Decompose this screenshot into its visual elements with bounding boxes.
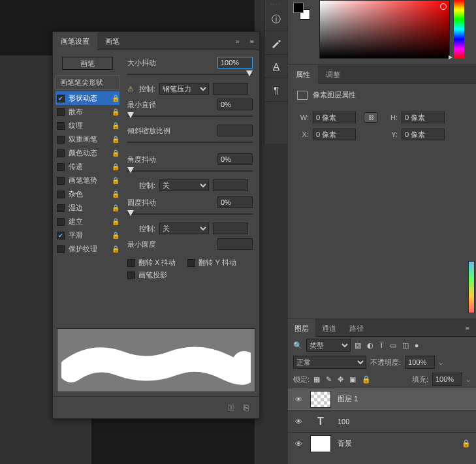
lock-all-icon[interactable]: 🔒 bbox=[362, 375, 371, 384]
layers-menu-icon[interactable]: ≡ bbox=[459, 324, 476, 332]
layer-item[interactable]: 👁背景🔒 bbox=[288, 432, 476, 454]
visibility-icon[interactable]: 👁 bbox=[293, 440, 304, 448]
tab-paths[interactable]: 路径 bbox=[343, 319, 370, 337]
filter-icon[interactable]: 🔍 bbox=[293, 341, 302, 350]
checkbox-icon[interactable] bbox=[57, 177, 65, 185]
color-field[interactable] bbox=[319, 0, 450, 59]
lock-icon[interactable]: 🔒 bbox=[112, 245, 119, 253]
opacity-input[interactable] bbox=[405, 356, 435, 369]
info-icon[interactable]: ⓘ bbox=[264, 8, 288, 31]
layer-name[interactable]: 100 bbox=[338, 418, 471, 425]
brush-tip-shape[interactable]: 画笔笔尖形状 bbox=[56, 75, 119, 90]
checkbox-icon[interactable] bbox=[57, 245, 65, 253]
checkbox-icon[interactable] bbox=[57, 149, 65, 157]
visibility-icon[interactable]: 👁 bbox=[293, 395, 304, 403]
filter-text-icon[interactable]: T bbox=[379, 341, 384, 350]
link-wh-icon[interactable]: ⛓ bbox=[364, 112, 378, 123]
character-icon[interactable]: A bbox=[264, 55, 288, 78]
tab-adjustments[interactable]: 调整 bbox=[318, 65, 348, 84]
lock-trans-icon[interactable]: ▦ bbox=[313, 375, 320, 384]
lock-icon[interactable]: 🔒 bbox=[112, 232, 119, 239]
x-input[interactable] bbox=[313, 129, 356, 140]
layer-thumb[interactable] bbox=[310, 435, 331, 452]
size-jitter-input[interactable] bbox=[217, 57, 253, 69]
layer-name[interactable]: 图层 1 bbox=[338, 394, 471, 404]
blend-mode-select[interactable]: 正常 bbox=[293, 356, 366, 369]
filter-shape-icon[interactable]: ▭ bbox=[390, 341, 396, 350]
brush-option-4[interactable]: 颜色动态🔒 bbox=[56, 146, 119, 160]
w-input[interactable] bbox=[313, 112, 356, 123]
tab-layers[interactable]: 图层 bbox=[288, 319, 315, 337]
brush-option-11[interactable]: 保护纹理🔒 bbox=[56, 242, 119, 256]
brush-option-1[interactable]: 散布🔒 bbox=[56, 105, 119, 119]
layer-item[interactable]: 👁图层 1 bbox=[288, 388, 476, 410]
lock-icon[interactable]: 🔒 bbox=[112, 204, 119, 211]
paragraph-icon[interactable]: ¶ bbox=[264, 78, 288, 102]
filter-smart-icon[interactable]: ◫ bbox=[402, 341, 409, 350]
checkbox-icon[interactable] bbox=[57, 163, 65, 171]
lock-icon[interactable]: 🔒 bbox=[112, 177, 119, 184]
fg-bg-swatch[interactable] bbox=[293, 3, 311, 21]
tab-brushes[interactable]: 画笔 bbox=[97, 32, 127, 50]
brush-projection-checkbox[interactable]: 画笔投影 bbox=[127, 270, 167, 280]
new-preset-icon[interactable]: ⎘ bbox=[244, 403, 249, 412]
flip-y-checkbox[interactable]: 翻转 Y 抖动 bbox=[187, 258, 236, 268]
lock-paint-icon[interactable]: ✎ bbox=[326, 375, 332, 384]
brush-option-3[interactable]: 双重画笔🔒 bbox=[56, 132, 119, 146]
lock-icon[interactable]: 🔒 bbox=[112, 122, 119, 129]
collapse-icon[interactable]: » bbox=[230, 37, 244, 45]
checkbox-icon[interactable] bbox=[57, 204, 65, 212]
text-layer-icon[interactable]: T bbox=[310, 413, 331, 430]
lock-icon[interactable]: 🔒 bbox=[112, 136, 119, 143]
brush-option-0[interactable]: 形状动态🔒 bbox=[56, 91, 119, 105]
control-select[interactable]: 钢笔压力 bbox=[159, 83, 209, 95]
y-input[interactable] bbox=[402, 129, 445, 140]
flip-x-checkbox[interactable]: 翻转 X 抖动 bbox=[127, 258, 176, 268]
min-diameter-slider[interactable] bbox=[127, 112, 253, 121]
round-jitter-input[interactable] bbox=[217, 196, 253, 208]
checkbox-icon[interactable] bbox=[57, 95, 65, 102]
layer-item[interactable]: 👁T100 bbox=[288, 410, 476, 432]
checkbox-icon[interactable] bbox=[57, 191, 65, 198]
brush-option-5[interactable]: 传递🔒 bbox=[56, 160, 119, 174]
brush-option-6[interactable]: 画笔笔势🔒 bbox=[56, 174, 119, 187]
lock-icon[interactable]: 🔒 bbox=[112, 149, 119, 157]
round-jitter-slider[interactable] bbox=[127, 209, 253, 219]
panel-menu-icon[interactable]: ≡ bbox=[245, 37, 259, 45]
lock-icon[interactable]: 🔒 bbox=[112, 95, 119, 102]
visibility-icon[interactable]: 👁 bbox=[293, 418, 304, 425]
brush-option-7[interactable]: 杂色🔒 bbox=[56, 187, 119, 201]
filter-adjust-icon[interactable]: ◐ bbox=[367, 341, 373, 350]
filter-pixel-icon[interactable]: ▧ bbox=[355, 341, 361, 350]
brush-tool-icon[interactable] bbox=[264, 31, 288, 55]
lock-icon[interactable]: 🔒 bbox=[112, 191, 119, 198]
lock-icon[interactable]: 🔒 bbox=[112, 218, 119, 225]
brush-option-10[interactable]: 平滑🔒 bbox=[56, 228, 119, 242]
brush-option-8[interactable]: 湿边🔒 bbox=[56, 201, 119, 215]
fill-input[interactable] bbox=[432, 373, 462, 386]
control2-extra[interactable] bbox=[213, 179, 248, 191]
toggle-preview-icon[interactable]: 👁⃞ bbox=[229, 403, 235, 412]
filter-type-select[interactable]: 类型 bbox=[306, 339, 351, 352]
brush-option-2[interactable]: 纹理🔒 bbox=[56, 119, 119, 132]
brush-option-9[interactable]: 建立🔒 bbox=[56, 215, 119, 228]
lock-artboard-icon[interactable]: ▣ bbox=[349, 375, 356, 384]
hue-slider[interactable] bbox=[454, 0, 464, 59]
control3-select[interactable]: 关 bbox=[159, 223, 209, 234]
layer-name[interactable]: 背景 bbox=[338, 439, 455, 448]
h-input[interactable] bbox=[402, 112, 445, 123]
checkbox-icon[interactable] bbox=[57, 136, 65, 144]
control2-select[interactable]: 关 bbox=[159, 179, 209, 191]
lock-icon[interactable]: 🔒 bbox=[112, 108, 119, 116]
tab-channels[interactable]: 通道 bbox=[315, 319, 343, 337]
checkbox-icon[interactable] bbox=[57, 122, 65, 130]
layer-lock-icon[interactable]: 🔒 bbox=[462, 439, 471, 448]
checkbox-icon[interactable] bbox=[57, 232, 65, 240]
control-extra[interactable] bbox=[213, 83, 248, 95]
control3-extra[interactable] bbox=[213, 223, 248, 234]
lock-icon[interactable]: 🔒 bbox=[112, 163, 119, 170]
angle-jitter-slider[interactable] bbox=[127, 166, 253, 176]
checkbox-icon[interactable] bbox=[57, 218, 65, 226]
layer-thumb[interactable] bbox=[310, 391, 331, 408]
min-diameter-input[interactable] bbox=[217, 99, 253, 110]
